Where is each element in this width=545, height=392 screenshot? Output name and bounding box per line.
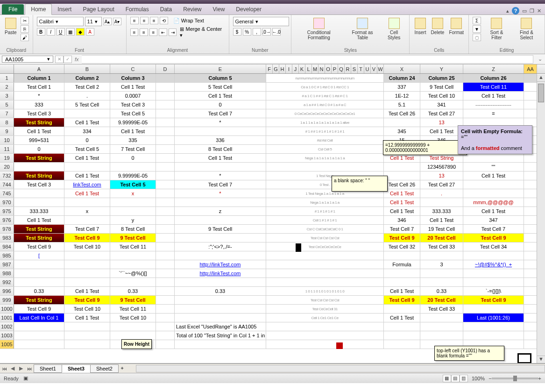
cell-E1000[interactable] xyxy=(175,305,266,313)
cell-X744[interactable]: Test Cell 26 xyxy=(384,180,420,189)
cell-E984[interactable]: :";'<>?,./=- xyxy=(175,242,266,251)
cell-B745[interactable]: Cell 1 Test xyxy=(64,189,110,198)
cell-B978[interactable]: Test Cell 7 xyxy=(64,225,110,233)
comma-button[interactable]: , xyxy=(253,28,261,36)
cell-Z1002[interactable] xyxy=(463,322,524,331)
cell-X975[interactable]: Cell 1 Test xyxy=(384,207,420,215)
cell-A983[interactable]: Test String xyxy=(14,234,64,242)
cell-B1001[interactable]: Cell 1 Test xyxy=(64,314,110,322)
cell-Z996[interactable]: `-={}[]|\ xyxy=(463,287,524,295)
currency-button[interactable]: $ xyxy=(233,28,241,36)
cell-Z999[interactable]: Test Cell 9 xyxy=(463,296,524,304)
cell-Y976[interactable]: Cell 1 Test xyxy=(420,216,463,224)
cell-Y5[interactable]: 341 xyxy=(420,100,463,109)
tiny-cells-1003[interactable] xyxy=(266,331,384,340)
row-head-732[interactable]: 732 xyxy=(0,171,14,180)
row-head-8[interactable]: 8 xyxy=(0,118,14,127)
fill-icon[interactable]: ▼ xyxy=(473,25,481,33)
tiny-cells-1001[interactable]: Cell 1 Ce1 Ce1 Ce xyxy=(266,314,384,322)
cell-Z19[interactable] xyxy=(463,154,524,162)
cell-A3[interactable]: * xyxy=(14,92,64,100)
cell-D978[interactable] xyxy=(156,225,175,233)
cell-Y732[interactable]: 13 xyxy=(420,171,463,180)
zoom-in-icon[interactable]: + xyxy=(538,376,541,381)
col-head-O[interactable]: O xyxy=(325,64,332,73)
align-center-icon[interactable]: ≡ xyxy=(140,29,148,36)
cell-X985[interactable] xyxy=(384,251,420,260)
cell-Y2[interactable]: 9 Test Cell xyxy=(420,83,463,91)
tab-formulas[interactable]: Formulas xyxy=(120,4,155,14)
align-top-icon[interactable]: ≡ xyxy=(130,17,139,24)
cell-C732[interactable]: 9.99999E-05 xyxy=(110,171,156,180)
cell-Z732[interactable]: Cell 1 Test xyxy=(463,171,524,180)
col-head-A[interactable]: A xyxy=(14,64,64,73)
row-head-992[interactable]: 992 xyxy=(0,278,14,286)
font-name-combo[interactable]: Calibri▾ xyxy=(37,17,84,26)
cell-Y744[interactable]: Test Cell 27 xyxy=(420,180,463,189)
cell-B1[interactable]: Column 2 xyxy=(64,74,110,82)
format-as-table-button[interactable]: Format as Table xyxy=(346,17,380,41)
cell-D970[interactable] xyxy=(156,198,175,207)
cell-B10[interactable]: 0 xyxy=(64,136,110,144)
cell-A1002[interactable] xyxy=(14,322,64,331)
tiny-cells-970[interactable]: Nega 1 a 1 a 1 a 1 a xyxy=(266,198,384,207)
tiny-cells-1[interactable]: numnumnumnumnumnumnumnumnum xyxy=(266,74,384,82)
cell-D992[interactable] xyxy=(156,278,175,286)
chevron-down-icon[interactable]: ▾ xyxy=(47,56,50,62)
cell-C7[interactable]: Test Cell 5 xyxy=(110,109,156,118)
cell-X1002[interactable] xyxy=(384,322,420,331)
cell-B985[interactable] xyxy=(64,251,110,260)
cell-D19[interactable] xyxy=(156,154,175,162)
increase-indent-icon[interactable]: ⇥ xyxy=(169,29,177,36)
tiny-cells-3[interactable]: # a 1 C 1 # # 1 #st C 1 #st # C 1 xyxy=(266,92,384,100)
cell-E992[interactable] xyxy=(175,278,266,286)
border-button[interactable]: ▦ xyxy=(66,28,75,36)
cell-Z975[interactable]: Cell 1 Test xyxy=(463,207,524,215)
col-head-R[interactable]: R xyxy=(345,64,351,73)
cell-C975[interactable] xyxy=(110,207,156,215)
cell-E996[interactable]: 0.33 xyxy=(175,287,266,295)
cell-D2[interactable] xyxy=(156,83,175,91)
file-tab[interactable]: File xyxy=(2,4,24,14)
cell-AA975[interactable] xyxy=(524,207,537,215)
cell-E20[interactable] xyxy=(175,163,266,171)
help-icon[interactable]: ? xyxy=(512,7,519,14)
cell-B20[interactable] xyxy=(64,163,110,171)
vertical-scrollbar[interactable]: ▲ ▼ xyxy=(537,74,545,363)
cell-D3[interactable] xyxy=(156,92,175,100)
italic-button[interactable]: I xyxy=(47,28,55,36)
tiny-cells-984[interactable]: Test CeCeCeCeCeCe xyxy=(266,242,384,251)
cell-A999[interactable]: Test String xyxy=(14,296,64,304)
cell-Z970[interactable]: mmm,@@@@@ xyxy=(463,198,524,207)
cell-Z988[interactable] xyxy=(463,269,524,278)
cell-A7[interactable]: Test Cell 3 xyxy=(14,109,64,118)
minimize-ribbon-icon[interactable]: ▴ xyxy=(506,8,509,14)
cell-Z987[interactable]: ~!@#$%^&*()_+ xyxy=(463,260,524,269)
autosum-icon[interactable]: Σ xyxy=(473,17,481,24)
cell-X999[interactable]: Test Cell 9 xyxy=(384,296,420,304)
cell-AA19[interactable] xyxy=(524,154,537,162)
cell-Z20[interactable]: "" xyxy=(463,163,524,171)
prev-sheet-icon[interactable]: ◀ xyxy=(8,365,17,371)
cell-C5[interactable]: Test Cell 3 xyxy=(110,100,156,109)
macro-record-icon[interactable]: ▣ xyxy=(23,375,28,381)
row-head-7[interactable]: 7 xyxy=(0,109,14,118)
row-head-745[interactable]: 745 xyxy=(0,189,14,198)
cell-X2[interactable]: 337 xyxy=(384,83,420,91)
cell-B2[interactable]: Test Cell 2 xyxy=(64,83,110,91)
cell-AA1005[interactable] xyxy=(524,340,537,349)
cell-X976[interactable]: 346 xyxy=(384,216,420,224)
cell-Y987[interactable]: 3 xyxy=(420,260,463,269)
cell-E983[interactable] xyxy=(175,234,266,242)
cell-C996[interactable]: 0.33 xyxy=(110,287,156,295)
col-head-N[interactable]: N xyxy=(319,64,325,73)
cell-AA1[interactable] xyxy=(524,74,537,82)
tiny-cells-19[interactable]: Nega 1 a 1 a 1 a 1 a 1 a 1 a xyxy=(266,154,384,162)
conditional-formatting-button[interactable]: Conditional Formatting xyxy=(295,17,342,41)
sheet-tab-sheet1[interactable]: Sheet1 xyxy=(34,364,62,373)
cell-Y983[interactable]: 20 Test Cell xyxy=(420,234,463,242)
col-head-E[interactable]: E xyxy=(175,64,266,73)
cell-E985[interactable] xyxy=(175,251,266,260)
cell-Y978[interactable]: 19 Test Cell xyxy=(420,225,463,233)
cell-E999[interactable] xyxy=(175,296,266,304)
